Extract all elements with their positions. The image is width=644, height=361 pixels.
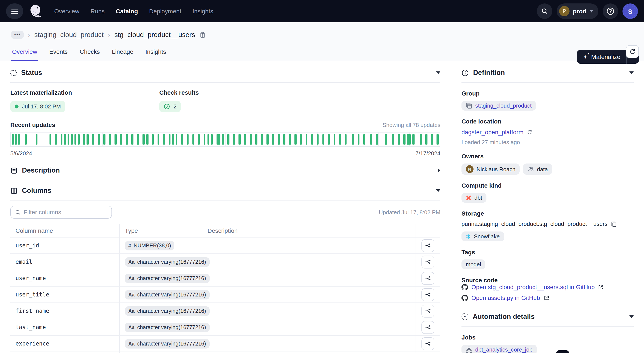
update-bar bbox=[425, 134, 427, 145]
update-bar bbox=[163, 134, 165, 145]
update-bar bbox=[420, 134, 422, 145]
refresh-button[interactable] bbox=[626, 45, 639, 58]
nav-item-overview[interactable]: Overview bbox=[54, 8, 80, 15]
tab-lineage[interactable]: Lineage bbox=[111, 45, 134, 61]
nav-item-runs[interactable]: Runs bbox=[90, 8, 104, 15]
help-button[interactable] bbox=[603, 3, 618, 19]
tab-overview[interactable]: Overview bbox=[11, 45, 38, 61]
storage-path: purina.staging_cloud_product.stg_cloud_p… bbox=[462, 221, 608, 227]
tags-label: Tags bbox=[462, 249, 634, 256]
column-lineage-button[interactable] bbox=[422, 321, 434, 334]
branch-arrows-icon bbox=[425, 259, 431, 265]
deployment-switcher[interactable]: P prod bbox=[556, 3, 598, 19]
team-icon bbox=[528, 166, 534, 172]
status-title: Status bbox=[21, 69, 42, 77]
updates-timeline[interactable] bbox=[10, 132, 440, 147]
source-code-row: Open stg_cloud_product__users.sql in Git… bbox=[462, 284, 634, 291]
status-icon bbox=[10, 69, 17, 76]
column-type-text: character varying(16777216) bbox=[137, 292, 206, 298]
column-description-cell bbox=[202, 238, 416, 253]
definition-collapse-icon[interactable] bbox=[629, 71, 634, 74]
latest-materialization-pill[interactable]: Jul 17, 8:02 PM bbox=[10, 101, 65, 112]
columns-table-body: user_id#NUMBER(38,0)emailAacharacter var… bbox=[10, 238, 440, 353]
owner-team-pill[interactable]: data bbox=[523, 163, 552, 175]
user-avatar[interactable]: S bbox=[622, 3, 638, 19]
group-pill[interactable]: staging_cloud_product bbox=[462, 101, 536, 111]
column-type-pill: Aacharacter varying(16777216) bbox=[125, 323, 210, 332]
search-button[interactable] bbox=[537, 3, 552, 19]
column-lineage-button[interactable] bbox=[422, 305, 434, 317]
update-bar bbox=[146, 134, 148, 145]
update-bar bbox=[339, 134, 341, 145]
tab-events[interactable]: Events bbox=[48, 45, 69, 61]
status-collapse-icon[interactable] bbox=[436, 71, 440, 74]
column-lineage-button[interactable] bbox=[422, 288, 434, 301]
sparkle-icon: ✦ bbox=[583, 54, 588, 60]
column-name: first_name bbox=[16, 308, 49, 314]
automation-collapse-icon[interactable] bbox=[629, 315, 634, 318]
columns-collapse-icon[interactable] bbox=[436, 189, 440, 192]
column-type-pill: #NUMBER(38,0) bbox=[125, 241, 174, 250]
job-pill[interactable]: dbt_analytics_core_job bbox=[462, 345, 537, 353]
update-bar bbox=[404, 134, 406, 145]
column-name: user_id bbox=[16, 242, 39, 249]
tag-pill-model[interactable]: model bbox=[462, 260, 485, 269]
header-strip: ••• › staging_cloud_product › stg_cloud_… bbox=[0, 22, 644, 61]
text-type-icon: Aa bbox=[128, 276, 134, 281]
source-code-label: Source code bbox=[462, 277, 634, 284]
column-lineage-button[interactable] bbox=[422, 239, 434, 252]
reload-location-icon[interactable] bbox=[527, 129, 532, 135]
text-type-icon: Aa bbox=[128, 341, 134, 346]
automation-title: Automation details bbox=[473, 313, 535, 321]
owner-user-pill[interactable]: N Nicklaus Roach bbox=[462, 163, 520, 175]
filter-columns-field[interactable] bbox=[10, 206, 112, 219]
update-bar bbox=[198, 134, 200, 145]
update-bar bbox=[12, 134, 14, 145]
update-bar bbox=[294, 134, 296, 145]
update-bar bbox=[228, 134, 230, 145]
question-icon bbox=[606, 7, 615, 15]
external-link-icon bbox=[544, 295, 549, 301]
nav-item-insights[interactable]: Insights bbox=[192, 8, 213, 15]
refresh-icon bbox=[629, 48, 636, 55]
column-lineage-button[interactable] bbox=[422, 255, 434, 268]
branch-arrows-icon bbox=[425, 324, 431, 331]
nav-item-catalog[interactable]: Catalog bbox=[116, 8, 138, 15]
filter-columns-input[interactable] bbox=[24, 209, 107, 216]
success-dot-icon bbox=[15, 105, 18, 108]
column-lineage-button[interactable] bbox=[422, 272, 434, 285]
code-location-link[interactable]: dagster_open_platform bbox=[462, 129, 524, 136]
copy-storage-icon[interactable] bbox=[611, 221, 617, 227]
source-code-link[interactable]: Open assets.py in GitHub bbox=[472, 294, 540, 301]
source-code-link[interactable]: Open stg_cloud_product__users.sql in Git… bbox=[472, 284, 595, 291]
description-expand-icon[interactable] bbox=[438, 168, 440, 173]
text-type-icon: Aa bbox=[128, 259, 134, 264]
description-title: Description bbox=[22, 167, 60, 174]
content-area: Status Latest materialization Jul 17, 8:… bbox=[0, 61, 644, 353]
dagster-logo-icon[interactable] bbox=[28, 4, 43, 18]
latest-materialization-label: Latest materialization bbox=[10, 89, 159, 96]
source-links: Open stg_cloud_product__users.sql in Git… bbox=[462, 284, 634, 301]
latest-materialization-value: Jul 17, 8:02 PM bbox=[22, 103, 61, 110]
column-lineage-button[interactable] bbox=[422, 337, 434, 350]
chat-widget[interactable] bbox=[556, 350, 569, 353]
breadcrumb-ellipsis-button[interactable]: ••• bbox=[11, 31, 24, 39]
compute-kind-pill[interactable]: dbt bbox=[462, 193, 486, 203]
breadcrumb-group[interactable]: staging_cloud_product bbox=[34, 31, 104, 39]
update-bar bbox=[222, 134, 224, 145]
table-row-first-name: first_nameAacharacter varying(16777216) bbox=[10, 303, 440, 319]
update-bar bbox=[407, 134, 411, 145]
group-name: staging_cloud_product bbox=[475, 102, 532, 109]
column-type-pill: Aacharacter varying(16777216) bbox=[125, 274, 210, 283]
check-results-pill[interactable]: 2 bbox=[159, 101, 181, 112]
nav-item-deployment[interactable]: Deployment bbox=[149, 8, 181, 15]
hamburger-menu-icon[interactable] bbox=[6, 3, 23, 19]
tab-checks[interactable]: Checks bbox=[79, 45, 100, 61]
tab-insights[interactable]: Insights bbox=[144, 45, 167, 61]
timeline-start-date: 5/6/2024 bbox=[10, 150, 32, 157]
definition-section-header: Definition bbox=[462, 61, 634, 83]
storage-platform-pill[interactable]: ❄ Snowflake bbox=[462, 232, 504, 241]
copy-asset-name-icon[interactable] bbox=[200, 32, 206, 38]
description-header: Description bbox=[202, 224, 416, 237]
column-description-cell bbox=[202, 319, 416, 335]
